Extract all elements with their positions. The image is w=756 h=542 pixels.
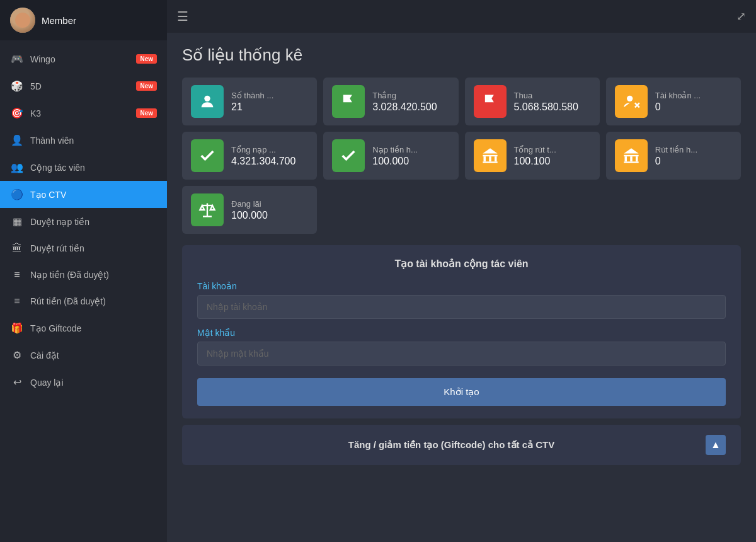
stat-card-tong-rut: Tổng rút t...100.100 [465, 132, 600, 180]
sidebar-item-5d[interactable]: 🎲 5D New [0, 72, 167, 100]
svg-rect-7 [495, 156, 497, 161]
stat-card-nap-tien-hom: Nạp tiền h...100.000 [323, 132, 458, 180]
sidebar-item-quay-lai[interactable]: ↩ Quay lại [0, 369, 167, 396]
svg-rect-8 [483, 161, 497, 163]
stat-icon-tai-khoan [615, 85, 648, 118]
svg-point-1 [627, 96, 633, 101]
stat-value-tai-khoan: 0 [655, 101, 701, 113]
stat-value-rut-tien-hom: 0 [655, 156, 697, 167]
nav-label-nap-tien-duyet: Nạp tiền (Đã duyệt) [30, 270, 109, 280]
sidebar-item-thanh-vien[interactable]: 👤 Thành viên [0, 127, 167, 154]
stat-value-so-thanh-vien: 21 [231, 101, 273, 113]
stat-icon-so-thanh-vien [191, 85, 224, 118]
nav-label-tao-giftcode: Tạo Giftcode [30, 323, 81, 333]
stat-card-thang: Thắng3.028.420.500 [323, 78, 458, 125]
svg-rect-11 [624, 156, 627, 161]
scroll-top-button[interactable]: ▲ [706, 435, 726, 455]
mat-khau-label: Mật khẩu [197, 328, 726, 338]
sidebar-item-nap-tien-duyet[interactable]: ≡ Nạp tiền (Đã duyệt) [0, 262, 167, 288]
member-name: Member [42, 15, 76, 26]
stat-value-dang-lai: 100.000 [231, 210, 268, 221]
sidebar-item-wingo[interactable]: 🎮 Wingo New [0, 45, 167, 72]
stat-value-thang: 3.028.420.500 [372, 101, 437, 113]
sidebar-item-rut-tien-duyet[interactable]: ≡ Rút tiền (Đã duyệt) [0, 288, 167, 314]
submit-button[interactable]: Khởi tạo [197, 378, 726, 406]
nav-icon-duyet-nap-tien: ▦ [10, 216, 24, 228]
svg-rect-4 [483, 155, 497, 156]
stat-icon-thang [332, 85, 365, 118]
sidebar-nav: 🎮 Wingo New 🎲 5D New 🎯 K3 New 👤 Thành vi… [0, 40, 167, 542]
nav-icon-nap-tien-duyet: ≡ [10, 269, 24, 280]
nav-label-duyet-rut-tien: Duyệt rút tiền [30, 243, 84, 253]
stat-card-thua: Thua5.068.580.580 [465, 78, 600, 125]
stat-card-so-thanh-vien: Số thành ...21 [182, 78, 317, 125]
svg-rect-13 [636, 156, 638, 161]
stat-icon-thua [474, 85, 507, 118]
stat-card-dang-lai: Đang lãi100.000 [182, 186, 317, 234]
sidebar-item-tao-ctv[interactable]: 🔵 Tạo CTV [0, 181, 167, 208]
stat-value-tong-rut: 100.100 [514, 156, 556, 167]
nav-icon-rut-tien-duyet: ≡ [10, 296, 24, 307]
nav-icon-5d: 🎲 [10, 80, 24, 92]
svg-marker-15 [624, 148, 638, 153]
svg-rect-12 [630, 156, 633, 161]
sidebar-item-tao-giftcode[interactable]: 🎁 Tạo Giftcode [0, 314, 167, 342]
expand-icon[interactable]: ⤢ [736, 9, 746, 23]
stat-empty-1 [465, 186, 600, 234]
sidebar: Member 🎮 Wingo New 🎲 5D New 🎯 K3 New 👤 T… [0, 0, 167, 542]
nav-label-duyet-nap-tien: Duyệt nạp tiền [30, 217, 89, 227]
stat-card-tai-khoan: Tài khoản ...0 [606, 78, 741, 125]
stat-label-tong-nap: Tổng nạp ... [231, 145, 295, 154]
content-area: Số liệu thống kê Số thành ...21Thắng3.02… [167, 33, 756, 542]
stat-card-rut-tien-hom: Rút tiền h...0 [606, 132, 741, 180]
svg-point-0 [204, 96, 210, 101]
bottom-section-header[interactable]: Tăng / giảm tiền tạo (Giftcode) cho tất … [182, 425, 741, 465]
sidebar-item-duyet-rut-tien[interactable]: 🏛 Duyệt rút tiền [0, 235, 167, 262]
tai-khoan-input[interactable] [197, 295, 726, 319]
stat-empty-2 [606, 186, 741, 234]
sidebar-item-cong-tac-vien[interactable]: 👥 Cộng tác viên [0, 154, 167, 181]
svg-rect-5 [483, 156, 486, 161]
nav-label-cai-dat: Cài đặt [30, 350, 59, 360]
stat-label-dang-lai: Đang lãi [231, 199, 268, 209]
stat-empty-0 [323, 186, 458, 234]
page-title: Số liệu thống kê [182, 45, 741, 65]
tai-khoan-group: Tài khoản [197, 281, 726, 319]
svg-rect-14 [624, 161, 638, 163]
svg-rect-10 [624, 155, 638, 156]
stats-row-1: Số thành ...21Thắng3.028.420.500Thua5.06… [182, 78, 741, 125]
stat-icon-tong-nap [191, 139, 224, 172]
nav-icon-k3: 🎯 [10, 107, 24, 119]
nav-icon-cong-tac-vien: 👥 [10, 161, 24, 173]
nav-label-5d: 5D [30, 81, 42, 91]
nav-label-k3: K3 [30, 108, 41, 118]
nav-icon-tao-ctv: 🔵 [10, 188, 24, 200]
bottom-section: Tăng / giảm tiền tạo (Giftcode) cho tất … [182, 425, 741, 465]
stat-label-rut-tien-hom: Rút tiền h... [655, 145, 697, 154]
stat-label-thua: Thua [514, 91, 578, 100]
mat-khau-group: Mật khẩu [197, 328, 726, 366]
form-title: Tạo tài khoản cộng tác viên [197, 258, 726, 270]
nav-icon-tao-giftcode: 🎁 [10, 322, 24, 334]
stats-row-2: Tổng nạp ...4.321.304.700Nạp tiền h...10… [182, 132, 741, 180]
stat-label-tai-khoan: Tài khoản ... [655, 91, 701, 100]
badge-5d: New [136, 81, 157, 91]
badge-k3: New [136, 108, 157, 118]
nav-label-tao-ctv: Tạo CTV [30, 190, 66, 200]
nav-label-thanh-vien: Thành viên [30, 136, 74, 146]
stat-card-tong-nap: Tổng nạp ...4.321.304.700 [182, 132, 317, 180]
sidebar-item-k3[interactable]: 🎯 K3 New [0, 100, 167, 127]
nav-icon-duyet-rut-tien: 🏛 [10, 243, 24, 254]
stat-icon-nap-tien-hom [332, 139, 365, 172]
stat-label-thang: Thắng [372, 91, 437, 100]
sidebar-item-cai-dat[interactable]: ⚙ Cài đặt [0, 342, 167, 369]
sidebar-item-duyet-nap-tien[interactable]: ▦ Duyệt nạp tiền [0, 208, 167, 235]
stat-value-tong-nap: 4.321.304.700 [231, 156, 295, 167]
mat-khau-input[interactable] [197, 342, 726, 366]
stat-label-nap-tien-hom: Nạp tiền h... [372, 145, 418, 154]
avatar [10, 8, 35, 33]
menu-icon[interactable]: ☰ [177, 9, 188, 24]
nav-icon-cai-dat: ⚙ [10, 349, 24, 361]
sidebar-header: Member [0, 0, 167, 40]
svg-marker-9 [483, 148, 497, 153]
